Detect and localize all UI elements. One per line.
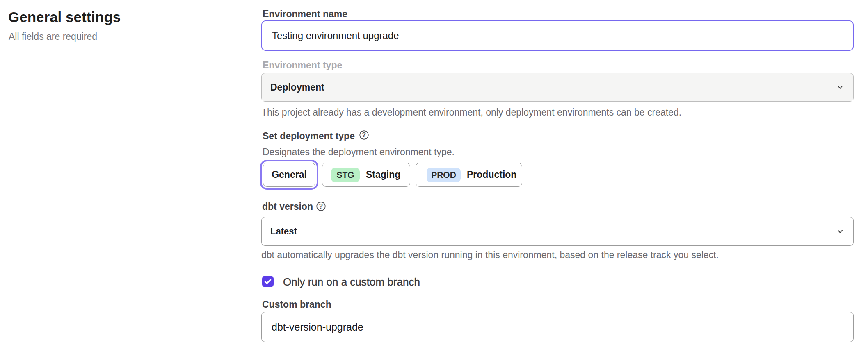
svg-text:?: ? (319, 203, 323, 210)
svg-text:?: ? (362, 132, 366, 138)
